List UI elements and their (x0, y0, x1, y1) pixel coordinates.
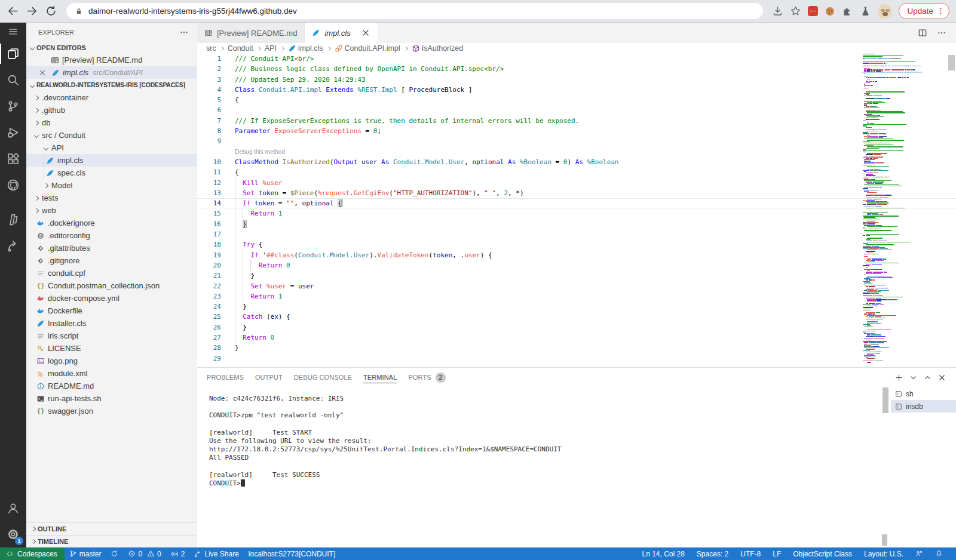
update-button[interactable]: Update (899, 3, 949, 19)
explorer-activity-icon[interactable] (0, 41, 26, 67)
editor-scrollbar[interactable] (948, 55, 955, 70)
status-branch[interactable]: master (65, 547, 106, 560)
tree-item-module-xml[interactable]: module.xml (26, 367, 197, 380)
timeline-section-header[interactable]: TIMELINE (26, 535, 197, 547)
code-editor[interactable]: 1/// Conduit API<br/>2/// Business logic… (197, 54, 956, 367)
extensions-activity-icon[interactable] (0, 146, 26, 172)
panel-scrollbar[interactable] (882, 534, 887, 546)
open-editors-header[interactable]: OPEN EDITORS (26, 41, 197, 54)
panel-tab-ports[interactable]: PORTS2 (408, 368, 445, 387)
explorer-actions-icon[interactable] (179, 27, 189, 37)
extensions-puzzle-icon[interactable] (842, 5, 853, 17)
codespaces-status-item[interactable]: Codespaces (0, 547, 65, 560)
tree-item--gitignore[interactable]: .gitignore (26, 254, 197, 267)
close-editor-icon[interactable] (38, 69, 47, 77)
tree-item--dockerignore[interactable]: .dockerignore (26, 217, 197, 229)
beaker-extension-icon[interactable] (860, 5, 871, 17)
tree-item-dockerfile[interactable]: Dockerfile (26, 304, 197, 317)
breadcrumb-item[interactable]: src (206, 44, 216, 53)
cookie-extension-icon[interactable] (825, 6, 835, 17)
status-encoding[interactable]: UTF-8 (734, 547, 767, 560)
breadcrumb-item[interactable]: Conduit (228, 44, 253, 53)
editor-more-actions-icon[interactable] (937, 28, 946, 38)
status-feedback[interactable] (909, 547, 929, 560)
breadcrumb-item[interactable]: IsAuthorized (422, 44, 463, 53)
status-live-share[interactable]: Live Share (189, 547, 243, 560)
live-share-activity-icon[interactable] (0, 233, 26, 259)
status-cursor-position[interactable]: Ln 14, Col 28 (636, 547, 690, 560)
outline-section-header[interactable]: OUTLINE (26, 522, 197, 535)
status-eol[interactable]: LF (767, 547, 787, 560)
bookmark-star-icon[interactable] (790, 5, 801, 17)
tree-item-readme-md[interactable]: README.md (26, 380, 197, 392)
breadcrumb-item[interactable]: API (265, 44, 277, 53)
terminal-list-item-irisdb[interactable]: irisdb (891, 400, 956, 413)
tree-item-conduit-postman-collection-json[interactable]: {}Conduit.postman_collection.json (26, 279, 197, 292)
terminal-dropdown-icon[interactable] (909, 373, 918, 382)
tree-item-src-conduit[interactable]: src / Conduit (26, 129, 197, 141)
menu-activity-icon[interactable] (0, 23, 26, 41)
close-tab-icon[interactable] (361, 28, 370, 38)
tree-item--github[interactable]: .github (26, 104, 197, 116)
status-keyboard-layout[interactable]: Layout: U.S. (858, 547, 909, 560)
tree-item-run-api-tests-sh[interactable]: run-api-tests.sh (26, 392, 197, 405)
tree-item-swagger-json[interactable]: {}swagger.json (26, 405, 197, 417)
terminal-list-item-sh[interactable]: sh (891, 387, 956, 400)
tree-item--devcontainer[interactable]: .devcontainer (26, 91, 197, 104)
terminal-list-scrollbar[interactable] (883, 387, 888, 413)
tree-item-api[interactable]: API (26, 141, 197, 154)
account-activity-icon[interactable] (0, 495, 26, 521)
search-activity-icon[interactable] (0, 67, 26, 93)
status-notifications[interactable] (929, 547, 949, 560)
tree-item-installer-cls[interactable]: Installer.cls (26, 317, 197, 330)
tree-item-tests[interactable]: tests (26, 192, 197, 204)
github-activity-icon[interactable] (0, 172, 26, 198)
browser-back-icon[interactable] (7, 5, 19, 17)
panel-tab-terminal[interactable]: TERMINAL (363, 368, 397, 387)
status-server[interactable]: localhost:52773[CONDUIT] (244, 547, 340, 560)
breadcrumb-item[interactable]: Conduit.API.impl (345, 44, 400, 53)
profile-avatar[interactable] (878, 4, 892, 19)
browser-forward-icon[interactable] (26, 5, 38, 17)
status-sync[interactable] (106, 547, 123, 560)
tree-item-conduit-cpf[interactable]: conduit.cpf (26, 267, 197, 279)
source-control-activity-icon[interactable] (0, 93, 26, 119)
editor-tab--preview-readme-md[interactable]: [Preview] README.md (197, 23, 305, 43)
open-editor-item[interactable]: [Preview] README.md (26, 54, 197, 66)
status-problems[interactable]: 00 (123, 547, 166, 560)
close-panel-icon[interactable] (937, 373, 946, 382)
tree-item--editorconfig[interactable]: .editorconfig (26, 229, 197, 242)
tree-item-model[interactable]: Model (26, 179, 197, 192)
intersystems-activity-icon[interactable] (0, 207, 26, 233)
status-language-mode[interactable]: ObjectScript Class (787, 547, 858, 560)
root-folder-header[interactable]: REALWORLD-INTERSYSTEMS-IRIS [CODESPACES] (26, 79, 197, 91)
tree-item-spec-cls[interactable]: spec.cls (26, 167, 197, 179)
terminal-output[interactable]: Node: c424c76321f6, Instance: IRIS CONDU… (209, 395, 561, 488)
tree-item--gitattributes[interactable]: .gitattributes (26, 242, 197, 254)
tree-item-license[interactable]: LICENSE (26, 342, 197, 355)
status-ports[interactable]: 2 (166, 547, 190, 560)
tree-item-logo-png[interactable]: logo.png (26, 355, 197, 367)
status-indentation[interactable]: Spaces: 2 (691, 547, 734, 560)
open-editor-item[interactable]: impl.clssrc/Conduit/API (26, 66, 197, 79)
settings-activity-icon[interactable]: 1 (0, 521, 26, 547)
panel-tab-output[interactable]: OUTPUT (255, 368, 283, 387)
panel-tab-debug-console[interactable]: DEBUG CONSOLE (294, 368, 352, 387)
codelens-debug-this-method[interactable]: Debug this method (197, 147, 956, 157)
password-extension-icon[interactable] (808, 6, 818, 16)
breadcrumb-item[interactable]: impl.cls (298, 44, 323, 53)
tree-item-impl-cls[interactable]: impl.cls (26, 154, 197, 167)
run-debug-activity-icon[interactable] (0, 119, 26, 146)
download-icon[interactable] (772, 5, 783, 17)
tree-item-db[interactable]: db (26, 116, 197, 129)
browser-reload-icon[interactable] (45, 5, 57, 17)
new-terminal-icon[interactable] (894, 373, 903, 382)
tree-item-docker-compose-yml[interactable]: docker-compose.yml (26, 292, 197, 304)
tree-item-web[interactable]: web (26, 204, 197, 217)
url-bar[interactable]: daimor-realworld-intersystems-iris-g55rj… (66, 3, 763, 19)
editor-tab-impl-cls[interactable]: impl.cls (305, 23, 378, 43)
breadcrumb[interactable]: srcConduitAPIimpl.clsConduit.API.implIsA… (197, 43, 956, 54)
split-editor-icon[interactable] (918, 28, 927, 38)
tree-item-iris-script[interactable]: iris.script (26, 330, 197, 342)
maximize-panel-icon[interactable] (923, 373, 932, 382)
